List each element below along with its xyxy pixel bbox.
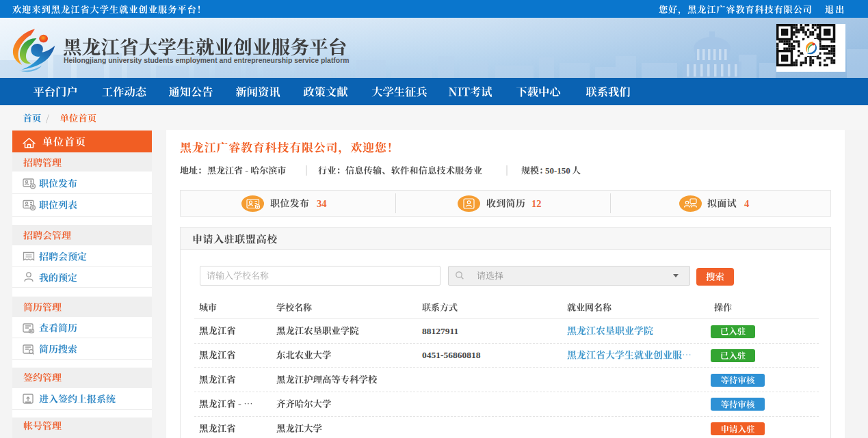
svg-text:50-150: 50-150 — [545, 165, 570, 176]
svg-text:4: 4 — [744, 198, 749, 209]
svg-text:88127911: 88127911 — [422, 326, 459, 336]
svg-text:34: 34 — [317, 198, 327, 209]
svg-text:0451-56860818: 0451-56860818 — [422, 350, 481, 360]
svg-text:12: 12 — [531, 198, 542, 209]
svg-text:Heilongjiang university studen: Heilongjiang university students employm… — [64, 57, 349, 64]
